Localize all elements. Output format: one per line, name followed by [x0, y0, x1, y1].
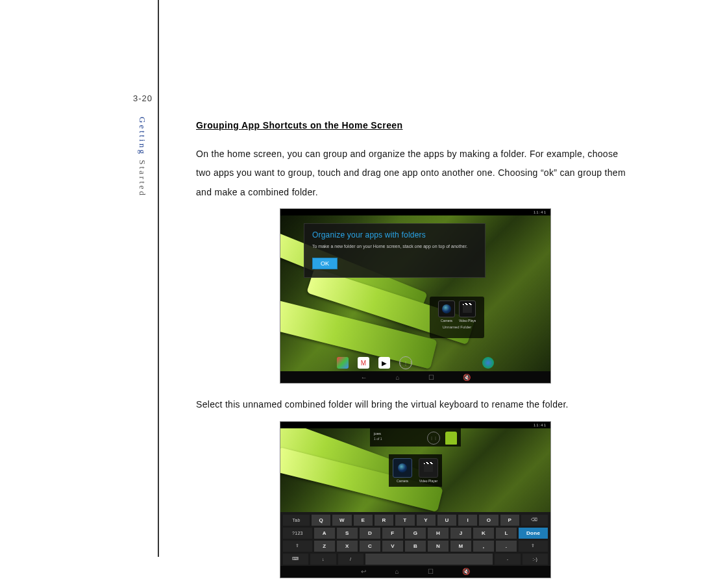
key-m[interactable]: M: [450, 541, 471, 552]
open-folder: Camera Video Player: [389, 454, 442, 487]
page-number: 3-20: [133, 93, 153, 103]
dock-app-play[interactable]: ▶: [378, 357, 390, 369]
key-backspace[interactable]: ⌫: [521, 515, 548, 526]
app-label-camera: Camera: [393, 479, 412, 483]
key-shift-left[interactable]: ⇧: [283, 541, 312, 552]
ok-button[interactable]: OK: [312, 258, 338, 269]
key-d[interactable]: D: [360, 528, 380, 539]
key-slash[interactable]: /: [338, 554, 363, 565]
key-comma[interactable]: ,: [473, 541, 494, 552]
volume-icon[interactable]: 🔇: [463, 374, 471, 381]
screenshot-folder-dialog: 11:41 Organize your apps with folders To…: [280, 208, 551, 384]
app-label-camera: Camera: [438, 319, 455, 323]
new-folder-highlight[interactable]: Camera Video Player Unnamed Folder: [430, 297, 484, 338]
organize-dialog: Organize your apps with folders To make …: [304, 223, 486, 278]
content-column: Grouping App Shortcuts on the Home Scree…: [196, 120, 635, 588]
recents-icon[interactable]: ☐: [428, 568, 434, 575]
key-a[interactable]: A: [314, 528, 335, 539]
key-i[interactable]: I: [458, 515, 477, 526]
key-space[interactable]: [365, 554, 493, 565]
key-n[interactable]: N: [428, 541, 449, 552]
folder-name-input[interactable]: joes: [374, 432, 422, 435]
chapter-label-word1: Getting: [138, 117, 147, 156]
video-player-icon: [459, 300, 476, 317]
folder-header: joes 1 of 1 ⋮⋮: [370, 428, 461, 447]
key-q[interactable]: Q: [312, 515, 330, 526]
key-x[interactable]: X: [337, 541, 358, 552]
virtual-keyboard: Tab Q W E R T Y U I O P ⌫ ?123 A S D F G…: [280, 512, 550, 566]
recents-icon[interactable]: ☐: [428, 374, 434, 381]
key-tab[interactable]: Tab: [283, 515, 310, 526]
key-w[interactable]: W: [332, 515, 351, 526]
key-o[interactable]: O: [479, 515, 498, 526]
key-s[interactable]: S: [337, 528, 358, 539]
key-l[interactable]: L: [496, 528, 517, 539]
vertical-rule: [158, 0, 159, 557]
folder-name-label: Unnamed Folder: [443, 325, 472, 329]
android-icon: [445, 432, 457, 445]
key-hide[interactable]: ⌨: [283, 554, 308, 565]
dock-app-maps[interactable]: [337, 357, 349, 369]
app-label-video: Video Player: [419, 479, 438, 483]
section-heading: Grouping App Shortcuts on the Home Scree…: [196, 120, 635, 130]
all-apps-button[interactable]: ⋮⋮⋮: [399, 356, 412, 369]
key-c[interactable]: C: [360, 541, 380, 552]
paragraph-2: Select this unnamed combined folder will…: [196, 395, 635, 414]
key-r[interactable]: R: [375, 515, 393, 526]
clock: 11:41: [534, 210, 547, 214]
back-icon[interactable]: ←: [360, 374, 367, 381]
clock: 11:41: [534, 423, 547, 427]
key-done[interactable]: Done: [519, 528, 548, 539]
status-bar: 11:41: [280, 422, 550, 428]
key-z[interactable]: Z: [314, 541, 335, 552]
screenshot-rename-keyboard: 11:41 joes 1 of 1 ⋮⋮ Camera Video Player…: [280, 421, 551, 578]
key-mic[interactable]: ↓: [310, 554, 336, 565]
chapter-label-word2: Started: [138, 160, 147, 197]
all-apps-icon[interactable]: ⋮⋮: [427, 432, 440, 445]
dialog-body: To make a new folder on your Home screen…: [312, 243, 477, 250]
key-symbols[interactable]: ?123: [283, 528, 312, 539]
key-b[interactable]: B: [405, 541, 426, 552]
favorites-dock: M ▶ ⋮⋮⋮: [280, 354, 550, 371]
key-shift-right[interactable]: ⇧: [519, 541, 548, 552]
dock-app-gmail[interactable]: M: [358, 357, 369, 369]
key-y[interactable]: Y: [417, 515, 436, 526]
key-v[interactable]: V: [382, 541, 403, 552]
key-smile[interactable]: :-): [523, 554, 548, 565]
paragraph-1: On the home screen, you can group and or…: [196, 145, 635, 202]
key-e[interactable]: E: [354, 515, 373, 526]
page-count: 1 of 1: [374, 437, 422, 441]
key-dash[interactable]: -: [495, 554, 520, 565]
back-icon[interactable]: ↩: [361, 568, 366, 575]
camera-icon[interactable]: [393, 458, 412, 478]
key-h[interactable]: H: [428, 528, 449, 539]
home-icon[interactable]: ⌂: [395, 568, 399, 575]
key-u[interactable]: U: [437, 515, 456, 526]
dialog-title: Organize your apps with folders: [312, 230, 477, 239]
key-g[interactable]: G: [405, 528, 426, 539]
nav-bar: ← ⌂ ☐ 🔇: [280, 371, 550, 383]
key-period[interactable]: .: [496, 541, 517, 552]
dock-app-browser[interactable]: [482, 357, 494, 369]
home-icon[interactable]: ⌂: [395, 374, 399, 381]
key-k[interactable]: K: [473, 528, 494, 539]
video-player-icon[interactable]: [419, 458, 438, 478]
key-p[interactable]: P: [500, 515, 519, 526]
key-j[interactable]: J: [450, 528, 471, 539]
key-t[interactable]: T: [395, 515, 414, 526]
status-bar: 11:41: [280, 209, 550, 215]
nav-bar: ↩ ⌂ ☐ 🔇: [280, 566, 550, 578]
volume-icon[interactable]: 🔇: [462, 568, 470, 575]
camera-icon: [438, 300, 455, 317]
key-f[interactable]: F: [382, 528, 403, 539]
app-label-video: Video Player: [459, 319, 476, 323]
chapter-label: Getting Started: [137, 117, 147, 197]
